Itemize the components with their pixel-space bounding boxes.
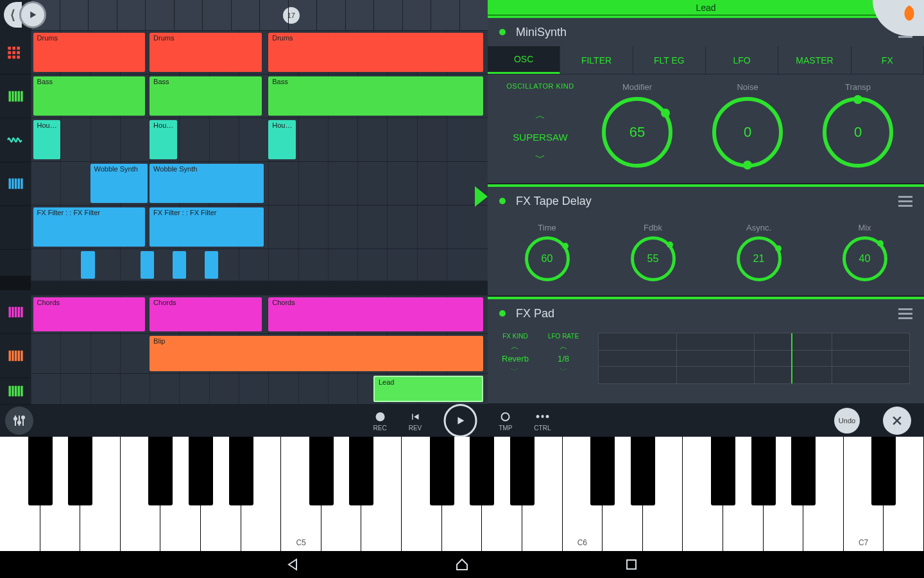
osc-kind-down-icon[interactable]: ﹀ (535, 152, 545, 165)
clip-hou[interactable]: Hou… (33, 120, 61, 159)
black-key[interactable] (68, 437, 92, 505)
knob-mix[interactable]: 40 (843, 236, 887, 281)
knob-label: Modifier (622, 82, 652, 92)
clip-drums[interactable]: Drums (150, 33, 261, 72)
module-menu-icon[interactable] (898, 308, 912, 319)
clip-wobble[interactable]: Wobble Synth (90, 164, 148, 203)
record-button[interactable]: REC (373, 410, 387, 432)
module-enable-dot[interactable] (499, 310, 506, 317)
tab-lfo[interactable]: LFO (706, 46, 778, 74)
nav-back-icon[interactable] (285, 557, 300, 572)
black-key[interactable] (309, 437, 334, 505)
clip-hit[interactable] (205, 251, 218, 279)
mixer-button[interactable] (5, 407, 33, 435)
top-play-button[interactable] (19, 1, 46, 28)
track-head-bass[interactable] (0, 74, 31, 118)
clip-hou[interactable]: Hou… (150, 120, 177, 159)
clip-hit[interactable] (173, 251, 186, 279)
close-button[interactable] (883, 407, 911, 435)
tab-master[interactable]: MASTER (778, 46, 851, 74)
track-head-chords[interactable] (0, 290, 31, 334)
clip-drums[interactable]: Drums (33, 33, 145, 72)
track-head-hou[interactable] (0, 118, 31, 162)
black-key[interactable] (148, 437, 173, 505)
black-key[interactable] (791, 437, 816, 505)
transport-bar: REC REV TMP CTRL Undo (0, 405, 924, 437)
timeline-ruler[interactable]: 17 (31, 0, 488, 31)
rewind-button[interactable]: REV (409, 410, 422, 432)
knob-transp[interactable]: 0 (823, 97, 893, 168)
clip-drums[interactable]: Drums (268, 33, 483, 72)
rack-collapse-arrow-icon[interactable] (475, 186, 488, 207)
track-head-drums[interactable] (0, 31, 31, 74)
fx-kind-up-icon[interactable]: ︿ (511, 341, 519, 353)
track-head-blip[interactable] (0, 334, 31, 378)
black-key[interactable] (189, 437, 213, 505)
clip-hou[interactable]: Hou… (268, 120, 296, 159)
piano-icon (6, 347, 24, 365)
clip-lead[interactable]: Lead (373, 376, 483, 402)
black-key[interactable] (470, 437, 494, 505)
playlist-area[interactable]: 17 Drums Drums Drums Bass Bass Bass (31, 0, 488, 405)
svg-rect-2 (17, 46, 20, 49)
osc-kind-value[interactable]: SUPERSAW (513, 132, 567, 143)
module-enable-dot[interactable] (499, 29, 506, 35)
svg-rect-24 (9, 351, 12, 361)
tab-flteg[interactable]: FLT EG (633, 46, 706, 74)
track-head-lead[interactable] (0, 378, 31, 405)
ctrl-button[interactable]: CTRL (534, 410, 551, 432)
track-head-wobble[interactable] (0, 162, 31, 206)
piano-keyboard[interactable]: C5C6C7 (0, 437, 924, 551)
knob-modifier[interactable]: 65 (602, 97, 672, 168)
tab-osc[interactable]: OSC (488, 46, 560, 74)
lfo-rate-up-icon[interactable]: ︿ (560, 341, 568, 353)
black-key[interactable] (229, 437, 253, 505)
black-key[interactable] (349, 437, 373, 505)
osc-kind-up-icon[interactable]: ︿ (535, 109, 545, 123)
clip-bass[interactable]: Bass (150, 76, 261, 116)
module-enable-dot[interactable] (499, 198, 506, 204)
tempo-button[interactable]: TMP (499, 410, 512, 432)
clip-bass[interactable]: Bass (268, 76, 483, 116)
clip-wobble[interactable]: Wobble Synth (150, 164, 264, 203)
knob-async[interactable]: 21 (737, 236, 782, 281)
knob-noise[interactable]: 0 (712, 97, 783, 168)
black-key[interactable] (871, 437, 896, 505)
clip-hit[interactable] (81, 251, 94, 279)
piano-icon (6, 87, 24, 105)
clip-blip[interactable]: Blip (150, 336, 483, 371)
black-key[interactable] (631, 437, 655, 505)
fx-kind-down-icon[interactable]: ﹀ (511, 365, 519, 376)
track-head-fx[interactable] (0, 206, 31, 250)
track-head-hits[interactable] (0, 250, 31, 276)
fx-kind-value[interactable]: Reverb (502, 354, 529, 363)
nav-recent-icon[interactable] (624, 557, 639, 572)
black-key[interactable] (28, 437, 53, 505)
clip-chords[interactable]: Chords (33, 297, 145, 331)
svg-rect-7 (12, 55, 15, 58)
module-menu-icon[interactable] (898, 196, 912, 207)
fx-pad-xy[interactable] (598, 333, 910, 384)
lfo-rate-down-icon[interactable]: ﹀ (560, 365, 568, 376)
svg-rect-26 (15, 351, 17, 361)
tab-filter[interactable]: FILTER (560, 46, 633, 74)
clip-hit[interactable] (141, 251, 154, 279)
playhead-marker[interactable]: 17 (283, 7, 300, 24)
clip-fxfilter[interactable]: FX Filter : : FX Filter (33, 207, 145, 247)
black-key[interactable] (751, 437, 776, 505)
clip-bass[interactable]: Bass (33, 76, 145, 116)
knob-time[interactable]: 60 (525, 236, 570, 281)
knob-fdbk[interactable]: 55 (631, 236, 676, 281)
clip-chords[interactable]: Chords (268, 297, 483, 331)
undo-button[interactable]: Undo (834, 408, 860, 434)
tab-fx[interactable]: FX (851, 46, 924, 74)
lfo-rate-value[interactable]: 1/8 (558, 354, 569, 363)
black-key[interactable] (510, 437, 535, 505)
black-key[interactable] (711, 437, 735, 505)
play-button[interactable] (443, 404, 477, 437)
clip-fxfilter[interactable]: FX Filter : : FX Filter (150, 207, 264, 247)
nav-home-icon[interactable] (454, 557, 470, 572)
clip-chords[interactable]: Chords (150, 297, 261, 331)
black-key[interactable] (430, 437, 454, 505)
black-key[interactable] (590, 437, 615, 505)
